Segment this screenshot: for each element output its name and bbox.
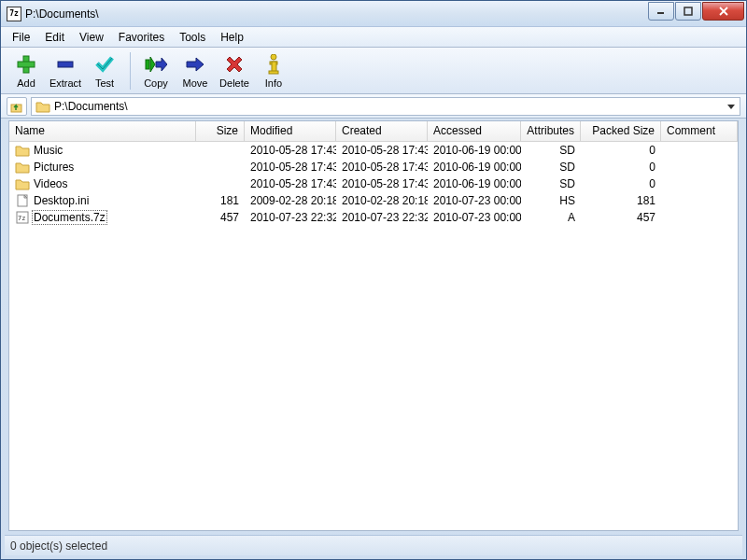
svg-rect-1 [684,7,692,15]
file-packed: 0 [581,176,661,191]
file-created: 2010-02-28 20:18 [336,193,428,208]
svg-point-12 [271,54,276,60]
menubar: File Edit View Favorites Tools Help [1,27,746,48]
statusbar: 0 object(s) selected [5,535,742,555]
list-item[interactable]: 7zDocuments.7z4572010-07-23 22:322010-07… [9,209,738,226]
titlebar[interactable]: 7z P:\Documents\ [1,1,746,27]
svg-text:7z: 7z [18,215,25,222]
file-attributes: SD [521,176,581,191]
file-accessed: 2010-07-23 00:00 [428,193,521,208]
folder-up-icon [10,100,23,113]
list-item[interactable]: Desktop.ini1812009-02-28 20:182010-02-28… [9,192,738,209]
file-modified: 2010-07-23 22:32 [245,210,336,225]
file-modified: 2009-02-28 20:18 [245,193,336,208]
file-name: Videos [34,177,67,190]
col-accessed[interactable]: Accessed [428,121,521,141]
svg-marker-20 [16,163,29,173]
info-button[interactable]: Info [254,49,293,92]
svg-rect-7 [146,60,149,69]
check-icon [94,53,115,76]
pathbar: P:\Documents\ [1,94,746,119]
svg-rect-14 [272,62,276,72]
app-icon: 7z [7,7,21,21]
toolbar-separator [130,52,131,90]
col-modified[interactable]: Modified [245,121,336,141]
file-modified: 2010-05-28 17:43 [245,143,336,158]
file-attributes: SD [521,143,581,158]
file-comment [661,217,738,218]
info-icon [267,53,280,76]
file-list[interactable]: Name Size Modified Created Accessed Attr… [8,120,739,531]
file-rows: Music2010-05-28 17:432010-05-28 17:43201… [9,142,738,226]
move-arrow-icon [185,53,205,76]
svg-marker-17 [36,103,49,112]
status-text: 0 object(s) selected [10,539,107,553]
col-attributes[interactable]: Attributes [521,121,581,141]
file-created: 2010-05-28 17:43 [336,176,428,191]
file-packed: 181 [581,193,661,208]
file-name: Documents.7z [34,211,107,224]
file-size [196,149,245,151]
file-created: 2010-07-23 22:32 [336,210,428,225]
up-button[interactable] [7,97,27,116]
svg-marker-10 [187,58,204,71]
minus-icon [55,53,76,76]
file-comment [661,200,738,202]
test-button[interactable]: Test [85,49,124,92]
toolbar: Add Extract Test Copy Move Delete Info [1,48,746,94]
menu-edit[interactable]: Edit [37,29,72,46]
copy-button[interactable]: Copy [136,49,176,92]
list-item[interactable]: Videos2010-05-28 17:432010-05-28 17:4320… [9,175,738,192]
file-comment [661,166,738,168]
file-attributes: HS [521,193,581,208]
file-name: Pictures [34,161,74,174]
file-name: Music [34,144,63,157]
file-created: 2010-05-28 17:43 [336,143,428,158]
file-size: 457 [196,210,245,225]
move-button[interactable]: Move [176,49,215,92]
extract-button[interactable]: Extract [46,49,85,92]
file-size [196,166,245,168]
file-accessed: 2010-06-19 00:00 [428,160,521,175]
svg-marker-19 [16,147,29,156]
menu-tools[interactable]: Tools [172,29,213,46]
file-accessed: 2010-06-19 00:00 [428,176,521,191]
file-size: 181 [196,193,245,208]
svg-rect-5 [18,62,35,67]
file-comment [661,183,738,185]
file-accessed: 2010-06-19 00:00 [428,143,521,158]
minimize-button[interactable] [648,2,674,21]
menu-help[interactable]: Help [213,29,251,46]
app-window: 7z P:\Documents\ File Edit View Favorite… [0,0,747,560]
menu-favorites[interactable]: Favorites [111,29,172,46]
close-button[interactable] [702,2,744,21]
list-item[interactable]: Pictures2010-05-28 17:432010-05-28 17:43… [9,159,738,175]
file-comment [661,149,738,151]
col-comment[interactable]: Comment [661,121,738,141]
col-name[interactable]: Name [9,121,196,141]
file-packed: 457 [581,210,661,225]
menu-view[interactable]: View [72,29,111,46]
svg-marker-8 [150,57,155,72]
column-headers: Name Size Modified Created Accessed Attr… [9,121,738,142]
maximize-button[interactable] [675,2,701,21]
file-modified: 2010-05-28 17:43 [245,160,336,175]
menu-file[interactable]: File [5,29,37,46]
plus-icon [16,53,36,76]
file-packed: 0 [581,143,661,158]
delete-button[interactable]: Delete [215,49,254,92]
svg-marker-11 [227,57,242,72]
chevron-down-icon[interactable] [726,101,736,112]
file-created: 2010-05-28 17:43 [336,160,428,175]
file-accessed: 2010-07-23 00:00 [428,210,521,225]
svg-rect-15 [269,71,278,74]
list-item[interactable]: Music2010-05-28 17:432010-05-28 17:43201… [9,142,738,159]
file-size [196,183,245,185]
svg-rect-6 [58,62,73,67]
add-button[interactable]: Add [7,49,46,92]
col-packed[interactable]: Packed Size [581,121,661,141]
path-combo[interactable]: P:\Documents\ [31,97,740,116]
col-created[interactable]: Created [336,121,428,141]
folder-icon [35,100,50,113]
col-size[interactable]: Size [196,121,245,141]
